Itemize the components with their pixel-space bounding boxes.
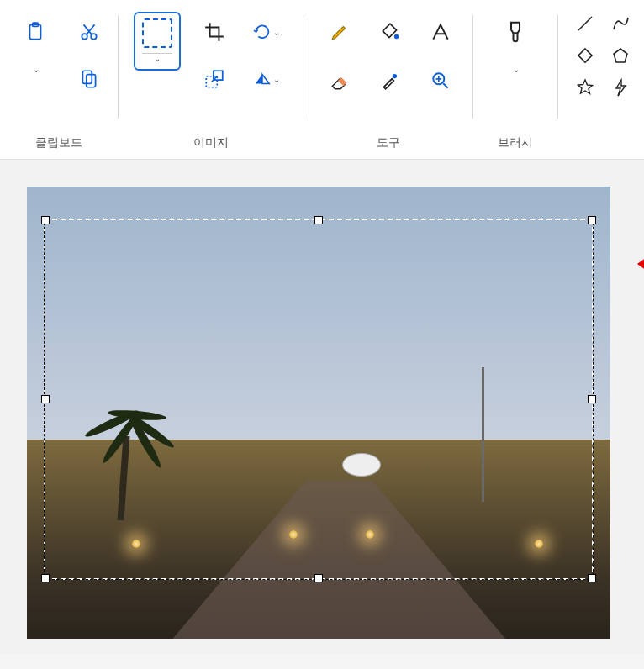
selection-handle-s[interactable] (314, 574, 323, 582)
select-dropdown[interactable]: ⌄ (142, 53, 172, 64)
magnify-icon (430, 70, 451, 92)
brush-dropdown[interactable]: ⌄ (495, 59, 536, 79)
shape-diamond[interactable] (573, 44, 597, 67)
cut-icon (78, 21, 100, 43)
rotate-icon (253, 21, 272, 43)
curve-icon (611, 14, 630, 33)
svg-line-11 (578, 17, 592, 30)
svg-rect-5 (87, 75, 96, 87)
select-icon (142, 18, 172, 48)
group-label-tools: 도구 (319, 124, 457, 150)
fill-tool[interactable] (370, 12, 410, 52)
svg-point-9 (393, 74, 397, 78)
group-label-image: 이미지 (134, 124, 288, 150)
picker-icon (379, 70, 401, 92)
selection-handle-ne[interactable] (588, 216, 596, 224)
flip-icon (253, 68, 272, 90)
eraser-tool[interactable] (319, 61, 360, 101)
copy-button[interactable] (69, 59, 109, 99)
canvas[interactable] (27, 187, 610, 639)
selection-marquee[interactable] (44, 219, 594, 580)
paste-icon (24, 21, 46, 43)
shape-lightning[interactable] (609, 76, 632, 99)
fill-icon (379, 21, 401, 43)
pencil-tool[interactable] (319, 12, 360, 52)
ribbon-group-clipboard: ⌄ 클립보드 (0, 0, 118, 159)
resize-button[interactable] (194, 59, 235, 99)
crop-icon (203, 21, 225, 43)
shape-line[interactable] (573, 12, 597, 35)
text-tool[interactable] (420, 12, 461, 52)
copy-icon (78, 68, 100, 90)
canvas-area (0, 160, 644, 654)
selection-handle-nw[interactable] (41, 216, 50, 224)
diamond-icon (576, 46, 594, 65)
ribbon-group-tools: 도구 (304, 0, 472, 159)
ribbon-group-brushes: ⌄ 브러시 (473, 0, 557, 159)
cut-button[interactable] (69, 12, 109, 52)
shape-star[interactable] (573, 76, 597, 99)
group-label-clipboard: 클립보드 (15, 124, 103, 150)
selection-handle-sw[interactable] (41, 574, 50, 582)
color-picker-tool[interactable] (370, 61, 410, 101)
paste-button[interactable] (15, 12, 55, 52)
selection-handle-se[interactable] (588, 574, 596, 582)
selection-handle-w[interactable] (41, 395, 50, 403)
group-label-brushes: 브러시 (488, 124, 542, 150)
pencil-icon (329, 21, 351, 43)
select-tool[interactable]: ⌄ (134, 12, 181, 71)
paste-dropdown[interactable]: ⌄ (15, 59, 55, 79)
rotate-button[interactable]: ⌄ (246, 12, 287, 52)
svg-rect-4 (82, 71, 92, 83)
ribbon-group-image: ⌄ ⌄ ⌄ 이미지 (119, 0, 304, 159)
eraser-icon (329, 70, 351, 92)
text-icon (430, 21, 451, 43)
shape-curve[interactable] (609, 12, 632, 35)
lightning-icon (611, 78, 630, 97)
selection-handle-n[interactable] (314, 216, 323, 224)
arrow-left-icon (637, 245, 644, 282)
star-icon (576, 78, 594, 97)
line-icon (576, 14, 594, 33)
brush-icon (503, 19, 528, 45)
shape-pentagon[interactable] (609, 44, 632, 67)
brush-tool[interactable] (495, 12, 536, 52)
resize-icon (203, 68, 225, 90)
magnifier-tool[interactable] (420, 61, 461, 101)
ribbon: ⌄ 클립보드 ⌄ (0, 0, 644, 160)
ribbon-group-shapes (558, 0, 632, 159)
group-label-shapes (573, 139, 632, 150)
crop-button[interactable] (194, 12, 235, 52)
flip-button[interactable]: ⌄ (246, 59, 287, 99)
pentagon-icon (611, 46, 630, 65)
svg-point-8 (394, 34, 399, 39)
selection-handle-e[interactable] (588, 395, 596, 403)
